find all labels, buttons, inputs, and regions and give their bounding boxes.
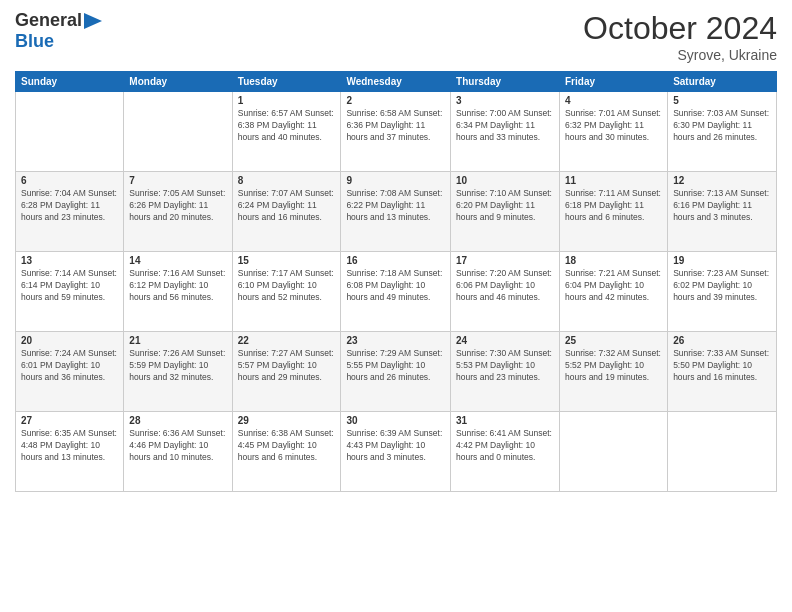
table-row <box>124 92 232 172</box>
location: Syrove, Ukraine <box>583 47 777 63</box>
table-row: 4Sunrise: 7:01 AM Sunset: 6:32 PM Daylig… <box>560 92 668 172</box>
day-number: 16 <box>346 255 445 266</box>
col-wednesday: Wednesday <box>341 72 451 92</box>
table-row: 27Sunrise: 6:35 AM Sunset: 4:48 PM Dayli… <box>16 412 124 492</box>
table-row: 17Sunrise: 7:20 AM Sunset: 6:06 PM Dayli… <box>451 252 560 332</box>
day-info: Sunrise: 7:21 AM Sunset: 6:04 PM Dayligh… <box>565 268 662 304</box>
day-info: Sunrise: 7:18 AM Sunset: 6:08 PM Dayligh… <box>346 268 445 304</box>
logo-general: General <box>15 10 82 31</box>
day-number: 3 <box>456 95 554 106</box>
col-saturday: Saturday <box>668 72 777 92</box>
month-title: October 2024 <box>583 10 777 47</box>
day-number: 10 <box>456 175 554 186</box>
day-info: Sunrise: 7:23 AM Sunset: 6:02 PM Dayligh… <box>673 268 771 304</box>
col-friday: Friday <box>560 72 668 92</box>
table-row: 13Sunrise: 7:14 AM Sunset: 6:14 PM Dayli… <box>16 252 124 332</box>
day-info: Sunrise: 7:03 AM Sunset: 6:30 PM Dayligh… <box>673 108 771 144</box>
table-row: 25Sunrise: 7:32 AM Sunset: 5:52 PM Dayli… <box>560 332 668 412</box>
day-number: 29 <box>238 415 336 426</box>
table-row: 2Sunrise: 6:58 AM Sunset: 6:36 PM Daylig… <box>341 92 451 172</box>
table-row <box>668 412 777 492</box>
day-number: 20 <box>21 335 118 346</box>
table-row: 30Sunrise: 6:39 AM Sunset: 4:43 PM Dayli… <box>341 412 451 492</box>
title-block: October 2024 Syrove, Ukraine <box>583 10 777 63</box>
table-row: 1Sunrise: 6:57 AM Sunset: 6:38 PM Daylig… <box>232 92 341 172</box>
table-row: 14Sunrise: 7:16 AM Sunset: 6:12 PM Dayli… <box>124 252 232 332</box>
table-row: 21Sunrise: 7:26 AM Sunset: 5:59 PM Dayli… <box>124 332 232 412</box>
day-info: Sunrise: 7:17 AM Sunset: 6:10 PM Dayligh… <box>238 268 336 304</box>
day-number: 26 <box>673 335 771 346</box>
col-sunday: Sunday <box>16 72 124 92</box>
day-number: 23 <box>346 335 445 346</box>
day-number: 12 <box>673 175 771 186</box>
calendar-week-row: 6Sunrise: 7:04 AM Sunset: 6:28 PM Daylig… <box>16 172 777 252</box>
calendar-week-row: 13Sunrise: 7:14 AM Sunset: 6:14 PM Dayli… <box>16 252 777 332</box>
day-info: Sunrise: 7:32 AM Sunset: 5:52 PM Dayligh… <box>565 348 662 384</box>
day-info: Sunrise: 6:35 AM Sunset: 4:48 PM Dayligh… <box>21 428 118 464</box>
day-number: 13 <box>21 255 118 266</box>
day-info: Sunrise: 7:33 AM Sunset: 5:50 PM Dayligh… <box>673 348 771 384</box>
day-number: 19 <box>673 255 771 266</box>
table-row: 18Sunrise: 7:21 AM Sunset: 6:04 PM Dayli… <box>560 252 668 332</box>
day-info: Sunrise: 7:29 AM Sunset: 5:55 PM Dayligh… <box>346 348 445 384</box>
table-row: 26Sunrise: 7:33 AM Sunset: 5:50 PM Dayli… <box>668 332 777 412</box>
table-row: 10Sunrise: 7:10 AM Sunset: 6:20 PM Dayli… <box>451 172 560 252</box>
day-info: Sunrise: 7:13 AM Sunset: 6:16 PM Dayligh… <box>673 188 771 224</box>
table-row: 28Sunrise: 6:36 AM Sunset: 4:46 PM Dayli… <box>124 412 232 492</box>
day-info: Sunrise: 6:39 AM Sunset: 4:43 PM Dayligh… <box>346 428 445 464</box>
logo-arrow-icon <box>82 11 104 31</box>
day-info: Sunrise: 7:14 AM Sunset: 6:14 PM Dayligh… <box>21 268 118 304</box>
day-info: Sunrise: 7:00 AM Sunset: 6:34 PM Dayligh… <box>456 108 554 144</box>
table-row: 20Sunrise: 7:24 AM Sunset: 6:01 PM Dayli… <box>16 332 124 412</box>
calendar-week-row: 20Sunrise: 7:24 AM Sunset: 6:01 PM Dayli… <box>16 332 777 412</box>
day-number: 31 <box>456 415 554 426</box>
table-row: 8Sunrise: 7:07 AM Sunset: 6:24 PM Daylig… <box>232 172 341 252</box>
day-number: 25 <box>565 335 662 346</box>
calendar-header-row: Sunday Monday Tuesday Wednesday Thursday… <box>16 72 777 92</box>
day-number: 24 <box>456 335 554 346</box>
day-info: Sunrise: 6:57 AM Sunset: 6:38 PM Dayligh… <box>238 108 336 144</box>
day-info: Sunrise: 6:38 AM Sunset: 4:45 PM Dayligh… <box>238 428 336 464</box>
day-number: 17 <box>456 255 554 266</box>
day-info: Sunrise: 6:36 AM Sunset: 4:46 PM Dayligh… <box>129 428 226 464</box>
day-number: 21 <box>129 335 226 346</box>
day-number: 30 <box>346 415 445 426</box>
table-row: 23Sunrise: 7:29 AM Sunset: 5:55 PM Dayli… <box>341 332 451 412</box>
day-info: Sunrise: 7:04 AM Sunset: 6:28 PM Dayligh… <box>21 188 118 224</box>
table-row: 3Sunrise: 7:00 AM Sunset: 6:34 PM Daylig… <box>451 92 560 172</box>
page: General Blue October 2024 Syrove, Ukrain… <box>0 0 792 612</box>
table-row: 15Sunrise: 7:17 AM Sunset: 6:10 PM Dayli… <box>232 252 341 332</box>
day-info: Sunrise: 7:07 AM Sunset: 6:24 PM Dayligh… <box>238 188 336 224</box>
calendar-week-row: 27Sunrise: 6:35 AM Sunset: 4:48 PM Dayli… <box>16 412 777 492</box>
col-monday: Monday <box>124 72 232 92</box>
day-number: 14 <box>129 255 226 266</box>
day-number: 4 <box>565 95 662 106</box>
day-info: Sunrise: 7:20 AM Sunset: 6:06 PM Dayligh… <box>456 268 554 304</box>
day-number: 2 <box>346 95 445 106</box>
day-info: Sunrise: 7:16 AM Sunset: 6:12 PM Dayligh… <box>129 268 226 304</box>
day-number: 7 <box>129 175 226 186</box>
day-number: 28 <box>129 415 226 426</box>
table-row: 5Sunrise: 7:03 AM Sunset: 6:30 PM Daylig… <box>668 92 777 172</box>
table-row: 29Sunrise: 6:38 AM Sunset: 4:45 PM Dayli… <box>232 412 341 492</box>
table-row: 24Sunrise: 7:30 AM Sunset: 5:53 PM Dayli… <box>451 332 560 412</box>
table-row <box>560 412 668 492</box>
day-number: 5 <box>673 95 771 106</box>
day-info: Sunrise: 7:01 AM Sunset: 6:32 PM Dayligh… <box>565 108 662 144</box>
table-row <box>16 92 124 172</box>
table-row: 16Sunrise: 7:18 AM Sunset: 6:08 PM Dayli… <box>341 252 451 332</box>
day-info: Sunrise: 7:24 AM Sunset: 6:01 PM Dayligh… <box>21 348 118 384</box>
day-info: Sunrise: 7:27 AM Sunset: 5:57 PM Dayligh… <box>238 348 336 384</box>
table-row: 22Sunrise: 7:27 AM Sunset: 5:57 PM Dayli… <box>232 332 341 412</box>
day-info: Sunrise: 7:30 AM Sunset: 5:53 PM Dayligh… <box>456 348 554 384</box>
day-info: Sunrise: 7:08 AM Sunset: 6:22 PM Dayligh… <box>346 188 445 224</box>
table-row: 6Sunrise: 7:04 AM Sunset: 6:28 PM Daylig… <box>16 172 124 252</box>
logo: General Blue <box>15 10 104 52</box>
table-row: 31Sunrise: 6:41 AM Sunset: 4:42 PM Dayli… <box>451 412 560 492</box>
table-row: 12Sunrise: 7:13 AM Sunset: 6:16 PM Dayli… <box>668 172 777 252</box>
day-info: Sunrise: 7:11 AM Sunset: 6:18 PM Dayligh… <box>565 188 662 224</box>
day-number: 8 <box>238 175 336 186</box>
logo-blue: Blue <box>15 31 54 51</box>
header: General Blue October 2024 Syrove, Ukrain… <box>15 10 777 63</box>
day-info: Sunrise: 7:26 AM Sunset: 5:59 PM Dayligh… <box>129 348 226 384</box>
